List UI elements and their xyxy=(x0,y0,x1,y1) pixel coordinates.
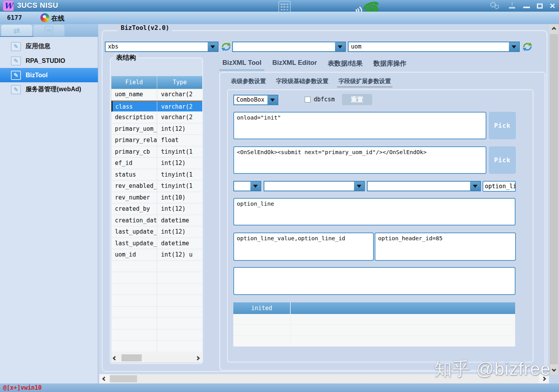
table-row-empty xyxy=(111,341,202,352)
sidebar-tab-flows[interactable]: ⇄ xyxy=(1,25,32,36)
refresh-icon[interactable] xyxy=(522,42,533,52)
tab-content-panel: 表级参数设置 字段级基础参数设置 字段级扩展参数设置 ComboBox dbfc… xyxy=(219,72,545,371)
scroll-down-icon[interactable] xyxy=(550,364,558,375)
column-header-field: Field xyxy=(111,76,157,89)
watermark: 知乎 @bizfree xyxy=(434,357,551,381)
tab-bizxml-tool[interactable]: BizXML Tool xyxy=(222,59,261,68)
option-source-combobox-2[interactable] xyxy=(264,181,365,191)
table-row[interactable]: primary_uom_idint(12) xyxy=(111,123,202,135)
option-table-field[interactable]: option_li xyxy=(483,181,516,192)
status-bar: @[x+]vwin10 xyxy=(0,383,559,392)
scroll-right-icon[interactable] xyxy=(196,354,199,361)
tab-db-operations[interactable]: 数据库操作 xyxy=(373,59,406,68)
table-structure-title: 表结构 xyxy=(114,53,138,62)
reset-button[interactable]: 重置 xyxy=(342,94,372,105)
table-structure-panel: Field Type uom_namevarchar(2classvarchar… xyxy=(110,57,203,364)
sub-tabbar: 表级参数设置 字段级基础参数设置 字段级扩展参数设置 xyxy=(231,78,391,85)
table-row-empty xyxy=(111,318,202,330)
database-combobox[interactable]: xbs xyxy=(105,42,219,52)
chevron-down-icon[interactable] xyxy=(354,182,364,191)
extra-params-textarea[interactable] xyxy=(233,267,516,295)
scroll-left-icon[interactable] xyxy=(113,354,116,361)
table-combobox[interactable]: uom xyxy=(348,42,520,52)
contact-book-icon: ☎ xyxy=(45,26,53,35)
dbfcsm-checkbox[interactable] xyxy=(305,97,311,102)
tab-table-data[interactable]: 表数据/结果 xyxy=(328,59,363,68)
app-logo-icon: W xyxy=(3,1,14,11)
sidebar-item-biztool[interactable]: ✎ BizTool xyxy=(0,68,98,82)
subtab-field-extended-params[interactable]: 字段级扩展参数设置 xyxy=(339,78,391,85)
table-row[interactable]: classvarchar(2 xyxy=(111,101,202,112)
onselendok-textarea[interactable]: <OnSelEndOk><submit next="primary_uom_id… xyxy=(233,146,486,174)
notepad-icon: ✎ xyxy=(11,42,21,51)
result-row-empty xyxy=(233,336,515,347)
chevron-down-icon[interactable] xyxy=(470,182,480,191)
table-row[interactable]: descriptionvarchar(2 xyxy=(111,112,202,123)
result-table-body xyxy=(233,314,515,347)
chevron-down-icon[interactable] xyxy=(509,42,519,51)
table-row[interactable]: uom_idint(12) u xyxy=(111,249,202,261)
result-row-empty xyxy=(233,325,515,336)
agent-id: 6177 xyxy=(7,14,22,21)
vertical-scrollbar[interactable] xyxy=(550,24,558,375)
refresh-icon[interactable] xyxy=(221,42,231,52)
table-row[interactable]: uom_namevarchar(2 xyxy=(111,89,202,101)
minimize-button[interactable] xyxy=(523,7,530,8)
chevron-down-icon[interactable] xyxy=(267,95,278,104)
table-row[interactable]: creation_datedatetime xyxy=(111,215,202,227)
pick-onselendok-button[interactable]: Pick xyxy=(489,146,516,174)
field-extended-panel: ComboBox dbfcsm 重置 onload="init" Pick <O… xyxy=(227,89,533,363)
table-row[interactable]: primary_relationfloat xyxy=(111,135,202,146)
subtab-table-params[interactable]: 表级参数设置 xyxy=(231,78,266,85)
table-row[interactable]: last_update_byint(12) xyxy=(111,226,202,238)
main-tabbar: BizXML Tool BizXML Editor 表数据/结果 数据库操作 xyxy=(222,59,406,68)
onload-textarea[interactable]: onload="init" xyxy=(233,112,486,139)
scroll-up-icon[interactable] xyxy=(550,24,558,34)
sidebar-tab-contacts[interactable]: ☎ xyxy=(33,25,64,36)
table-row[interactable]: rev_numberint(10) xyxy=(111,192,202,204)
field-table-body: uom_namevarchar(2classvarchar(2descripti… xyxy=(111,89,202,352)
table-row[interactable]: created_byint(12) xyxy=(111,203,202,215)
option-columns-textarea[interactable]: option_line_value,option_line_id xyxy=(233,232,374,261)
field-table: Field Type uom_namevarchar(2classvarchar… xyxy=(111,76,202,358)
pick-onload-button[interactable]: Pick xyxy=(489,112,516,139)
scrollbar-thumb[interactable] xyxy=(122,354,142,361)
result-column-inited: inited xyxy=(233,302,291,314)
chevron-down-icon[interactable] xyxy=(335,42,345,51)
table-row[interactable]: rev_enabled_cbtinyint(1 xyxy=(111,180,202,192)
option-filter-textarea[interactable]: option_header_id=85 xyxy=(375,232,516,261)
table-row-empty xyxy=(111,261,202,272)
sidebar-item-app-info[interactable]: ✎ 应用信息 xyxy=(0,39,98,54)
schema-combobox[interactable] xyxy=(232,42,346,52)
table-row[interactable]: ef_idint(12) xyxy=(111,158,202,169)
tab-bizxml-editor[interactable]: BizXML Editor xyxy=(272,59,317,68)
scrollbar-thumb[interactable] xyxy=(110,375,137,382)
control-type-combobox[interactable]: ComboBox xyxy=(233,95,278,105)
chevron-down-icon[interactable] xyxy=(208,42,218,51)
table-row[interactable]: statustinyint(1 xyxy=(111,169,202,181)
app-window: W 3UCS NISU ☎ ↑ × 6177 xyxy=(0,0,559,392)
schema-combobox-value xyxy=(233,42,335,51)
table-row-empty xyxy=(111,307,202,318)
close-button[interactable]: × xyxy=(550,1,555,10)
chevron-down-icon[interactable] xyxy=(250,182,260,191)
online-status-icon xyxy=(40,13,49,22)
upload-user-icon[interactable]: ↑ xyxy=(508,1,516,10)
online-label: 在线 xyxy=(51,14,64,23)
column-header-type: Type xyxy=(157,76,202,89)
sidebar-item-rpa-studio[interactable]: ✎ RPA_STUDIO xyxy=(0,54,98,68)
subtab-field-basic-params[interactable]: 字段级基础参数设置 xyxy=(276,78,328,85)
sidebar-item-server-admin[interactable]: ✎ 服务器管理(webAd) xyxy=(0,82,98,97)
table-row[interactable]: primary_cbtinyint(1 xyxy=(111,146,202,158)
option-line-textarea[interactable]: option_line xyxy=(233,198,516,225)
option-source-combobox-3[interactable] xyxy=(367,181,481,191)
field-table-hscrollbar[interactable] xyxy=(111,353,202,363)
table-row[interactable]: last_update_datedatetime xyxy=(111,238,202,250)
sidebar: ✎ 应用信息 ✎ RPA_STUDIO ✎ BizTool ✎ 服务器管理(we… xyxy=(0,37,98,383)
maximize-button[interactable] xyxy=(537,3,543,9)
sidebar-item-label: 应用信息 xyxy=(26,42,50,50)
scroll-left-icon[interactable] xyxy=(99,374,109,383)
gear-icon[interactable] xyxy=(489,1,501,11)
sidebar-item-label: BizTool xyxy=(26,72,48,79)
option-source-combobox-1[interactable] xyxy=(233,181,261,191)
